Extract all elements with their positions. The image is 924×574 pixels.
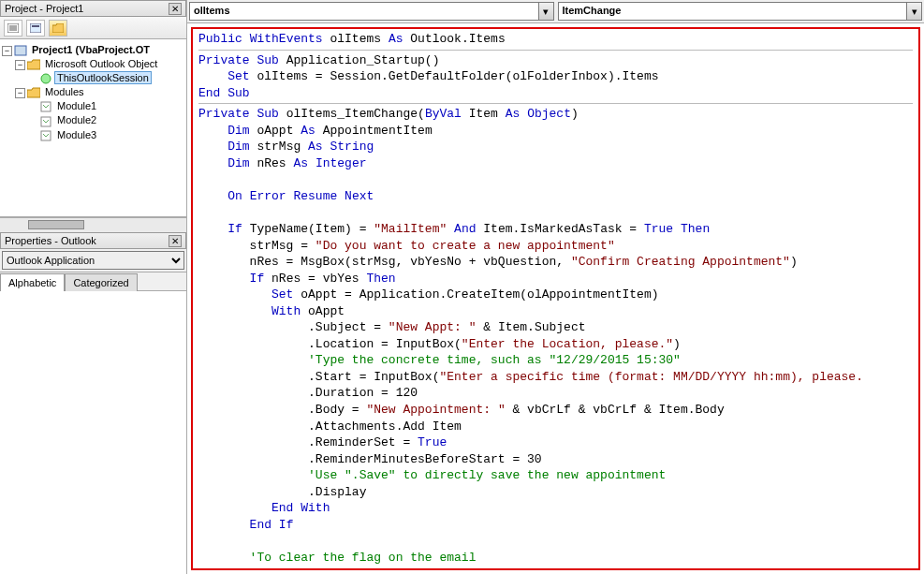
properties-panel-title: Properties - Outlook	[5, 235, 96, 246]
expand-icon[interactable]: −	[15, 60, 25, 70]
tree-folder-label: Microsoft Outlook Object	[42, 57, 160, 70]
tree-item-label: ThisOutlookSession	[54, 71, 152, 84]
view-object-button[interactable]	[26, 20, 45, 37]
tree-item-thisoutlooksession[interactable]: ThisOutlookSession	[2, 71, 184, 85]
procedure-dropdown-value: ItemChange	[559, 3, 907, 20]
procedure-dropdown[interactable]: ItemChange ▾	[558, 2, 923, 21]
tree-root[interactable]: −Project1 (VbaProject.OT	[2, 43, 184, 57]
project-toolbar	[0, 17, 186, 39]
project-panel-header: Project - Project1 ✕	[0, 0, 186, 17]
tree-root-label: Project1 (VbaProject.OT	[29, 43, 153, 56]
svg-rect-8	[41, 102, 51, 111]
view-code-button[interactable]	[4, 20, 22, 37]
tree-item-module2[interactable]: Module2	[2, 113, 184, 127]
tree-horizontal-scrollbar[interactable]	[0, 217, 186, 232]
svg-rect-4	[30, 23, 41, 33]
tree-item-module3[interactable]: Module3	[2, 128, 184, 142]
expand-icon[interactable]: −	[2, 46, 12, 56]
tab-categorized[interactable]: Categorized	[65, 273, 137, 291]
properties-object-selector[interactable]: Outlook Application	[0, 249, 186, 272]
project-panel-close-icon[interactable]: ✕	[169, 3, 182, 15]
toggle-folders-button[interactable]	[49, 20, 67, 37]
expand-icon[interactable]: −	[15, 88, 25, 98]
properties-panel-close-icon[interactable]: ✕	[169, 235, 182, 247]
code-editor[interactable]: Public WithEvents olItems As Outlook.Ite…	[191, 27, 920, 570]
project-panel-title: Project - Project1	[5, 3, 83, 14]
properties-grid[interactable]	[0, 291, 186, 574]
tree-folder-modules[interactable]: −Modules	[2, 85, 184, 99]
tree-item-label: Module3	[54, 128, 99, 141]
tree-item-label: Module2	[54, 113, 99, 126]
tab-alphabetic[interactable]: Alphabetic	[0, 273, 65, 291]
properties-object-select[interactable]: Outlook Application	[2, 251, 184, 270]
svg-rect-10	[41, 131, 51, 140]
svg-rect-5	[32, 25, 39, 27]
chevron-down-icon[interactable]: ▾	[538, 3, 553, 20]
svg-rect-9	[41, 117, 51, 126]
svg-point-7	[41, 74, 51, 83]
tree-folder-outlook-objects[interactable]: −Microsoft Outlook Object	[2, 57, 184, 71]
project-tree[interactable]: −Project1 (VbaProject.OT −Microsoft Outl…	[0, 39, 186, 217]
tree-folder-label: Modules	[42, 85, 87, 98]
tree-item-label: Module1	[54, 99, 99, 112]
tree-item-module1[interactable]: Module1	[2, 99, 184, 113]
properties-panel-header: Properties - Outlook ✕	[0, 232, 186, 249]
object-dropdown[interactable]: olItems ▾	[189, 2, 554, 21]
svg-rect-6	[15, 46, 26, 55]
object-dropdown-value: olItems	[190, 3, 538, 20]
chevron-down-icon[interactable]: ▾	[906, 3, 921, 20]
